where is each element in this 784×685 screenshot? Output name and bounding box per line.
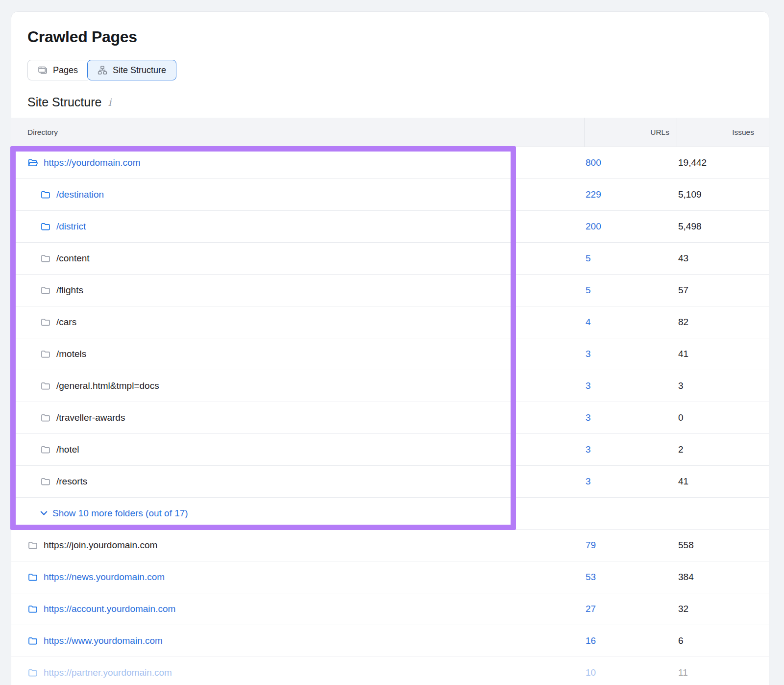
directory-label: https://join.yourdomain.com xyxy=(44,540,157,551)
directory-label: /motels xyxy=(56,349,86,359)
table-row: /district 200 5,498 xyxy=(11,211,769,243)
directory-cell: /motels xyxy=(11,349,584,359)
urls-count-link[interactable]: 200 xyxy=(586,221,601,231)
table-row: /destination 229 5,109 xyxy=(11,179,769,211)
table-row: /motels 3 41 xyxy=(11,338,769,370)
urls-count-link[interactable]: 3 xyxy=(586,412,591,423)
directory-cell: /content xyxy=(11,253,584,264)
issues-count: 6 xyxy=(678,635,684,646)
urls-count-link[interactable]: 800 xyxy=(586,157,601,168)
table-row: /cars 4 82 xyxy=(11,306,769,338)
chevron-down-icon[interactable] xyxy=(40,511,48,516)
issues-cell: 11 xyxy=(677,667,769,678)
issues-cell: 384 xyxy=(677,572,769,583)
folder-closed-icon xyxy=(40,189,51,200)
folder-open-icon xyxy=(27,157,38,168)
issues-cell: 2 xyxy=(677,444,769,455)
urls-count-link[interactable]: 4 xyxy=(586,317,591,327)
issues-count: 5,498 xyxy=(678,221,702,231)
directory-label: /general.html&tmpl=docs xyxy=(56,381,159,391)
section-heading-label: Site Structure xyxy=(27,94,101,110)
show-more-row: Show 10 more folders (out of 17) xyxy=(11,498,769,530)
tab-pages-label: Pages xyxy=(53,65,78,76)
urls-count-link[interactable]: 10 xyxy=(586,667,596,678)
issues-count: 82 xyxy=(678,317,688,327)
issues-count: 57 xyxy=(678,285,688,295)
table-row: https://news.yourdomain.com 53 384 xyxy=(11,561,769,593)
directory-label[interactable]: https://www.yourdomain.com xyxy=(44,635,163,646)
issues-count: 41 xyxy=(678,349,688,359)
issues-count: 19,442 xyxy=(678,157,707,168)
urls-count-link[interactable]: 5 xyxy=(586,285,591,295)
table-row: /flights 5 57 xyxy=(11,275,769,306)
directory-label: /cars xyxy=(56,317,76,328)
table-row: /general.html&tmpl=docs 3 3 xyxy=(11,370,769,402)
folder-closed-icon xyxy=(27,540,38,551)
issues-cell: 41 xyxy=(677,476,769,487)
urls-cell: 16 xyxy=(584,635,677,646)
urls-count-link[interactable]: 3 xyxy=(586,381,591,391)
urls-cell: 200 xyxy=(584,221,677,232)
folder-closed-icon xyxy=(40,221,51,232)
folder-closed-icon xyxy=(27,572,38,583)
view-tab-group: Pages Site Structure xyxy=(27,60,176,80)
table-row: https://partner.yourdomain.com 10 11 xyxy=(11,657,769,685)
directory-cell: https://www.yourdomain.com xyxy=(11,635,584,646)
urls-cell: 229 xyxy=(584,189,677,200)
table-row: https://yourdomain.com 800 19,442 xyxy=(11,147,769,179)
issues-count: 5,109 xyxy=(678,189,702,200)
urls-count-link[interactable]: 5 xyxy=(586,253,591,263)
directory-cell: https://yourdomain.com xyxy=(11,157,584,168)
issues-count: 384 xyxy=(678,572,694,582)
folder-closed-icon xyxy=(40,317,51,328)
directory-cell: /general.html&tmpl=docs xyxy=(11,381,584,391)
urls-count-link[interactable]: 53 xyxy=(586,572,596,582)
urls-count-link[interactable]: 3 xyxy=(586,476,591,486)
directory-label[interactable]: https://yourdomain.com xyxy=(44,157,140,168)
tab-pages[interactable]: Pages xyxy=(27,60,88,80)
folder-closed-icon xyxy=(40,444,51,455)
directory-cell: https://account.yourdomain.com xyxy=(11,604,584,614)
info-icon[interactable] xyxy=(108,98,111,108)
crawled-pages-card: Crawled Pages Pages xyxy=(11,11,769,685)
issues-count: 558 xyxy=(678,540,694,550)
table-row: /resorts 3 41 xyxy=(11,466,769,498)
urls-count-link[interactable]: 16 xyxy=(586,635,596,646)
directory-label: /hotel xyxy=(56,444,79,455)
issues-count: 43 xyxy=(678,253,688,263)
issues-cell: 82 xyxy=(677,317,769,328)
section-heading: Site Structure xyxy=(27,94,753,110)
directory-label[interactable]: https://news.yourdomain.com xyxy=(44,572,165,583)
issues-count: 0 xyxy=(678,412,684,423)
issues-count: 41 xyxy=(678,476,688,486)
directory-label: /traveller-awards xyxy=(56,412,125,423)
directory-cell: https://news.yourdomain.com xyxy=(11,572,584,583)
folder-closed-icon xyxy=(40,476,51,487)
issues-cell: 5,109 xyxy=(677,189,769,200)
urls-cell: 10 xyxy=(584,667,677,678)
site-structure-icon xyxy=(98,65,107,75)
page-title: Crawled Pages xyxy=(27,27,753,47)
directory-cell: /destination xyxy=(11,189,584,200)
issues-cell: 43 xyxy=(677,253,769,264)
directory-label[interactable]: https://account.yourdomain.com xyxy=(44,604,175,614)
directory-label[interactable]: https://partner.yourdomain.com xyxy=(44,667,172,678)
directory-label[interactable]: /destination xyxy=(56,189,104,200)
show-more-link[interactable]: Show 10 more folders (out of 17) xyxy=(52,508,188,519)
directory-cell: https://partner.yourdomain.com xyxy=(11,667,584,678)
tab-site-structure[interactable]: Site Structure xyxy=(87,60,176,80)
issues-cell: 57 xyxy=(677,285,769,296)
urls-count-link[interactable]: 3 xyxy=(586,444,591,455)
table-row: https://join.yourdomain.com 79 558 xyxy=(11,530,769,561)
urls-count-link[interactable]: 79 xyxy=(586,540,596,550)
table-row: https://account.yourdomain.com 27 32 xyxy=(11,593,769,625)
issues-count: 32 xyxy=(678,604,688,614)
table-row: https://www.yourdomain.com 16 6 xyxy=(11,625,769,657)
issues-cell: 3 xyxy=(677,381,769,391)
urls-count-link[interactable]: 27 xyxy=(586,604,596,614)
directory-cell: /flights xyxy=(11,285,584,296)
urls-count-link[interactable]: 3 xyxy=(586,349,591,359)
column-header-directory: Directory xyxy=(11,118,584,147)
directory-label[interactable]: /district xyxy=(56,221,86,232)
urls-count-link[interactable]: 229 xyxy=(586,189,601,200)
